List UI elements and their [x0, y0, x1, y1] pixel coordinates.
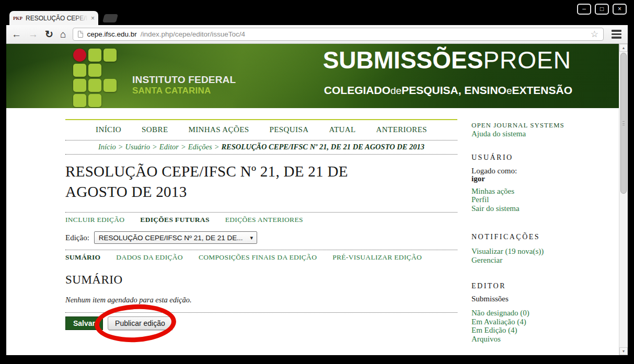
sidebar-link-arquivos[interactable]: Arquivos	[471, 335, 501, 343]
minimize-button[interactable]: –	[577, 4, 591, 15]
breadcrumb-link-usuario[interactable]: Usuário	[125, 143, 151, 151]
tab-sumario[interactable]: SUMÁRIO	[65, 253, 100, 262]
logged-in-label: Logado como:	[471, 167, 618, 175]
issue-select-label: Edição:	[65, 233, 89, 242]
main-navigation: INÍCIO SOBRE MINHAS AÇÕES PESQUISA ATUAL…	[65, 125, 457, 134]
back-icon[interactable]: ←	[11, 29, 21, 39]
breadcrumb-current: RESOLUÇÃO CEPE/IFSC Nº 21, DE 21 DE AGOS…	[221, 143, 424, 151]
sidebar-heading-editor: EDITOR	[471, 282, 618, 290]
nav-item-sobre[interactable]: SOBRE	[142, 125, 168, 134]
close-button[interactable]: ×	[613, 4, 627, 15]
breadcrumb-separator: >	[118, 143, 123, 151]
sidebar-link-perfil[interactable]: Perfil	[471, 195, 489, 204]
page-icon	[78, 31, 83, 38]
issue-select[interactable]: RESOLUÇÃO CEPE/IFSC Nº 21, DE 21 DE... ▾	[94, 231, 257, 244]
tab-edicoes-futuras[interactable]: EDIÇÕES FUTURAS	[140, 216, 209, 224]
tab-pre-visualizar[interactable]: PRÉ-VISUALIZAR EDIÇÃO	[332, 253, 422, 262]
sidebar-heading-usuario: USUÁRIO	[471, 154, 618, 162]
sidebar: OPEN JOURNAL SYSTEMS Ajuda do sistema US…	[471, 108, 618, 355]
breadcrumb: Início>Usuário>Editor>Edições>RESOLUÇÃO …	[65, 140, 457, 155]
reload-icon[interactable]: ↻	[45, 29, 53, 39]
browser-toolbar: ← → ↻ ⌂ cepe.ifsc.edu.br/index.php/cepe/…	[6, 25, 628, 44]
browser-tab[interactable]: PKP RESOLUÇÃO CEPE/IFSC ×	[9, 11, 98, 25]
window-controls: – □ ×	[577, 4, 627, 15]
breadcrumb-link-editor[interactable]: Editor	[159, 143, 179, 151]
new-tab-button[interactable]	[102, 14, 118, 22]
tab-edicoes-anteriores[interactable]: EDIÇÕES ANTERIORES	[225, 216, 303, 224]
journal-subtitle: COLEGIADOdePESQUISA, ENSINOeEXTENSÃO	[324, 84, 572, 97]
subtitle-part: de	[390, 85, 401, 96]
sidebar-link-visualizar[interactable]: Visualizar (19 nova(s))	[471, 247, 544, 255]
institute-name: INSTITUTO FEDERAL SANTA CATARINA	[132, 74, 236, 96]
scroll-up-icon[interactable]: ▲	[619, 44, 628, 52]
save-button[interactable]: Salvar	[65, 316, 103, 330]
sidebar-link-gerenciar[interactable]: Gerenciar	[471, 256, 502, 264]
sidebar-link-minhas-acoes[interactable]: Minhas ações	[471, 187, 514, 195]
issue-select-value: RESOLUÇÃO CEPE/IFSC Nº 21, DE 21 DE...	[99, 234, 243, 242]
close-icon: ×	[618, 6, 621, 12]
vertical-scrollbar[interactable]: ▲ ▼	[619, 44, 628, 355]
page-title: RESOLUÇÃO CEPE/IFSC Nº 21, DE 21 DE AGOS…	[65, 161, 400, 202]
url-domain: cepe.ifsc.edu.br	[87, 30, 136, 38]
scrollbar-thumb[interactable]	[620, 53, 627, 194]
empty-issue-message: Nenhum item agendado para esta edição.	[65, 296, 457, 304]
sidebar-subheading-submissoes: Submissões	[471, 295, 618, 303]
tab-incluir-edicao[interactable]: INCLUIR EDIÇÃO	[65, 216, 124, 224]
nav-item-minhas-acoes[interactable]: MINHAS AÇÕES	[188, 125, 249, 134]
sidebar-heading-ojs: OPEN JOURNAL SYSTEMS	[471, 121, 618, 130]
menu-icon[interactable]	[610, 29, 623, 40]
tab-composicoes-finais[interactable]: COMPOSIÇÕES FINAIS DA EDIÇÃO	[199, 253, 317, 262]
sidebar-link-em-edicao[interactable]: Em Edição (4)	[471, 326, 517, 334]
ifsc-logo-icon	[73, 49, 117, 107]
institute-name-line1: INSTITUTO FEDERAL	[132, 74, 236, 86]
tab-close-icon[interactable]: ×	[91, 15, 95, 21]
logged-in-username: igor	[471, 175, 618, 183]
nav-item-inicio[interactable]: INÍCIO	[96, 125, 121, 134]
subtitle-part: COLEGIADO	[324, 84, 390, 96]
subtitle-part: e	[506, 85, 512, 96]
breadcrumb-separator: >	[152, 143, 157, 151]
page-viewport: INSTITUTO FEDERAL SANTA CATARINA SUBMISS…	[6, 44, 628, 355]
institute-name-line2: SANTA CATARINA	[132, 86, 236, 96]
divider	[65, 312, 457, 313]
maximize-button[interactable]: □	[595, 4, 609, 15]
main-column: INÍCIO SOBRE MINHAS AÇÕES PESQUISA ATUAL…	[65, 108, 457, 355]
journal-banner: INSTITUTO FEDERAL SANTA CATARINA SUBMISS…	[6, 44, 619, 108]
url-path: /index.php/cepe/editor/issueToc/4	[141, 30, 245, 38]
section-tabs: SUMÁRIO DADOS DA EDIÇÃO COMPOSIÇÕES FINA…	[65, 250, 457, 264]
issue-select-row: Edição: RESOLUÇÃO CEPE/IFSC Nº 21, DE 21…	[65, 231, 457, 244]
subtitle-part: EXTENSÃO	[512, 84, 572, 96]
breadcrumb-link-edicoes[interactable]: Edições	[188, 143, 212, 151]
page-content: INÍCIO SOBRE MINHAS AÇÕES PESQUISA ATUAL…	[6, 108, 619, 355]
nav-item-pesquisa[interactable]: PESQUISA	[270, 125, 309, 134]
journal-title-light: PROEN	[483, 46, 571, 74]
minimize-icon: –	[582, 6, 586, 12]
sidebar-link-ajuda[interactable]: Ajuda do sistema	[471, 130, 526, 138]
publish-issue-button[interactable]: Publicar edição	[108, 316, 172, 330]
sidebar-link-em-avaliacao[interactable]: Em Avaliação (4)	[471, 318, 526, 326]
address-bar[interactable]: cepe.ifsc.edu.br/index.php/cepe/editor/i…	[73, 28, 604, 41]
forward-icon[interactable]: →	[28, 29, 38, 39]
sidebar-heading-notificacoes: NOTIFICAÇÕES	[471, 233, 618, 241]
browser-window: PKP RESOLUÇÃO CEPE/IFSC × – □ × ← → ↻ ⌂ …	[0, 0, 634, 364]
bookmark-star-icon[interactable]: ☆	[591, 30, 598, 39]
tab-title: RESOLUÇÃO CEPE/IFSC	[26, 15, 88, 22]
journal-title-bold: SUBMISSÕES	[323, 46, 483, 74]
tab-dados-da-edicao[interactable]: DADOS DA EDIÇÃO	[116, 253, 183, 262]
nav-item-atual[interactable]: ATUAL	[329, 125, 355, 134]
journal-title: SUBMISSÕESPROEN	[323, 48, 571, 72]
sidebar-link-sair[interactable]: Sair do sistema	[471, 204, 520, 213]
section-heading: SUMÁRIO	[65, 273, 457, 287]
home-icon[interactable]: ⌂	[60, 29, 66, 39]
pkp-favicon-icon: PKP	[13, 16, 22, 21]
breadcrumb-separator: >	[214, 143, 220, 151]
nav-item-anteriores[interactable]: ANTERIORES	[376, 125, 427, 134]
chevron-down-icon: ▾	[250, 234, 253, 241]
sidebar-link-nao-designado[interactable]: Não designado (0)	[471, 309, 529, 317]
scroll-down-icon[interactable]: ▼	[619, 347, 628, 355]
accent-divider	[65, 119, 457, 120]
maximize-icon: □	[600, 6, 604, 12]
breadcrumb-link-inicio[interactable]: Início	[98, 143, 116, 151]
subtitle-part: PESQUISA, ENSINO	[401, 84, 506, 96]
action-buttons: Salvar Publicar edição	[65, 316, 457, 330]
